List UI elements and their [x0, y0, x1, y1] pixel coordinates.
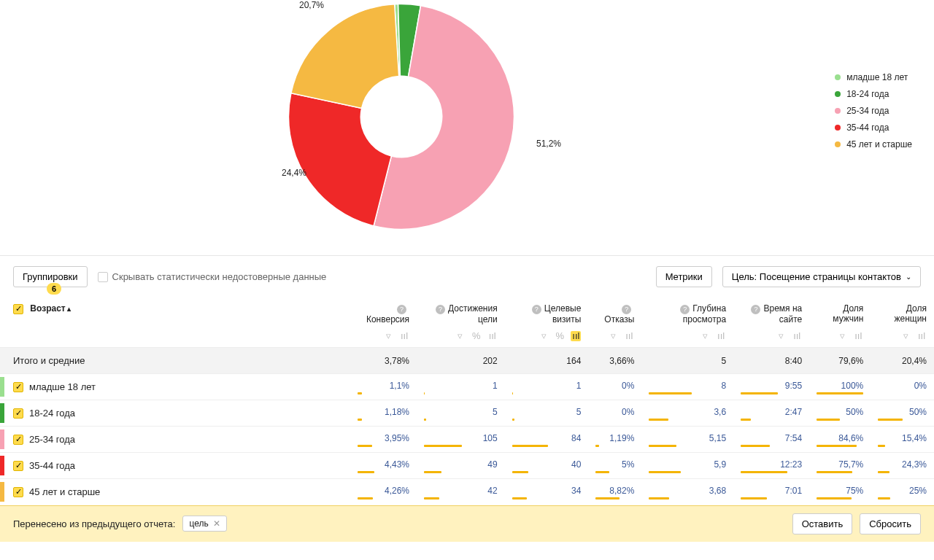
legend-item[interactable]: младше 18 лет — [835, 72, 912, 82]
bars-icon[interactable]: ııl — [571, 331, 581, 341]
row-checkbox[interactable] — [13, 382, 23, 392]
legend-item[interactable]: 45 лет и старше — [835, 139, 912, 149]
donut-chart — [277, 0, 525, 241]
reset-button[interactable]: Сбросить — [860, 513, 921, 534]
mini-bar — [424, 419, 426, 421]
col-bounces[interactable]: Отказы — [604, 314, 634, 324]
mini-bar — [595, 471, 609, 473]
cell-value: 1 — [424, 381, 498, 391]
hide-unreliable-checkbox[interactable]: Скрывать статистически недостоверные дан… — [98, 271, 327, 282]
col-male-share[interactable]: Доля мужчин — [833, 303, 863, 324]
cell-value: 24,3% — [878, 459, 927, 470]
mini-bar — [512, 445, 548, 447]
keep-button[interactable]: Оставить — [792, 513, 853, 534]
bars-icon[interactable]: ııl — [792, 331, 802, 341]
row-label: 25-34 года — [29, 434, 75, 445]
filter-icon[interactable]: ▿ — [383, 331, 393, 341]
controls-bar: Группировки 6 Скрывать статистически нед… — [0, 255, 934, 298]
bars-icon[interactable]: ııl — [916, 331, 927, 341]
percent-icon[interactable]: % — [555, 331, 565, 341]
row-checkbox[interactable] — [13, 487, 23, 497]
checkbox-all[interactable] — [13, 304, 23, 314]
age-column-header[interactable]: Возраст — [30, 303, 71, 314]
cell-value: 1,18% — [358, 407, 409, 417]
goal-dropdown-label: Цель: Посещение страницы контактов — [732, 271, 901, 282]
cell-value: 8:40 — [741, 356, 802, 366]
col-time[interactable]: Время на сайте — [763, 303, 802, 324]
legend-item[interactable]: 25-34 года — [835, 106, 912, 116]
filter-icon[interactable]: ▿ — [776, 331, 786, 341]
table-body: Итого и средние3,78%2021643,66%58:4079,6… — [0, 348, 934, 505]
legend-swatch — [835, 108, 841, 114]
cell-value: 40 — [512, 459, 582, 470]
cell-value: 15,4% — [878, 433, 927, 443]
bars-icon[interactable]: ııl — [487, 331, 498, 341]
filter-icon[interactable]: ▿ — [608, 331, 618, 341]
cell-value: 75,7% — [817, 459, 863, 470]
filter-icon[interactable]: ▿ — [539, 331, 549, 341]
mini-bar — [358, 392, 362, 394]
filter-icon[interactable]: ▿ — [700, 331, 710, 341]
row-label: 35-44 года — [29, 460, 75, 471]
cell-value: 5,9 — [649, 459, 726, 470]
groupings-count-badge: 6 — [47, 283, 61, 295]
cell-value: 3,78% — [358, 356, 409, 366]
help-icon[interactable]: ? — [532, 305, 541, 314]
filter-icon[interactable]: ▿ — [837, 331, 847, 341]
legend-swatch — [835, 125, 841, 131]
percent-icon[interactable]: % — [471, 331, 482, 341]
footer-chip[interactable]: цель ✕ — [182, 516, 226, 532]
cell-value: 5,15 — [649, 433, 726, 443]
bars-icon[interactable]: ııl — [624, 331, 634, 341]
help-icon[interactable]: ? — [436, 305, 445, 314]
table-row: 25-34 года3,95%105841,19%5,157:5484,6%15… — [0, 427, 934, 453]
cell-value: 12:23 — [741, 459, 802, 470]
legend-swatch — [835, 141, 841, 147]
groupings-button[interactable]: Группировки 6 — [13, 266, 88, 287]
mini-bar — [741, 392, 777, 394]
mini-bar — [878, 445, 885, 447]
cell-value: 34 — [512, 486, 582, 496]
cell-value: 3,68 — [649, 486, 726, 496]
cell-value: 105 — [424, 433, 498, 443]
help-icon[interactable]: ? — [397, 305, 406, 314]
row-checkbox[interactable] — [13, 435, 23, 445]
row-checkbox[interactable] — [13, 461, 23, 471]
cell-value: 79,6% — [817, 356, 863, 366]
bars-icon[interactable]: ııl — [853, 331, 863, 341]
help-icon[interactable]: ? — [680, 305, 690, 314]
cell-value: 5 — [424, 407, 498, 417]
cell-value: 1,1% — [358, 381, 409, 391]
legend-item[interactable]: 18-24 года — [835, 89, 912, 99]
close-icon[interactable]: ✕ — [213, 518, 220, 529]
bars-icon[interactable]: ııl — [716, 331, 726, 341]
cell-value: 49 — [424, 459, 498, 470]
bars-icon[interactable]: ııl — [399, 331, 409, 341]
filter-icon[interactable]: ▿ — [900, 331, 911, 341]
mini-bar — [878, 471, 889, 473]
mini-bar — [817, 419, 840, 421]
cell-value: 75% — [817, 486, 863, 496]
row-checkbox[interactable] — [13, 408, 23, 419]
col-goal-achievements[interactable]: Достижения цели — [448, 303, 498, 324]
mini-bar — [817, 471, 852, 473]
help-icon[interactable]: ? — [751, 305, 760, 314]
row-label: младше 18 лет — [29, 381, 96, 392]
help-icon[interactable]: ? — [622, 305, 631, 314]
filter-icon[interactable]: ▿ — [455, 331, 466, 341]
legend-label: 35-44 года — [846, 122, 889, 133]
data-table: Возраст ?Конверсия ?Достижения цели ?Цел… — [0, 298, 934, 505]
col-female-share[interactable]: Доля женщин — [894, 303, 927, 324]
callout-25-34: 51,2% — [536, 139, 561, 149]
col-depth[interactable]: Глубина просмотра — [683, 303, 726, 324]
metrics-button[interactable]: Метрики — [656, 266, 712, 287]
table-row: 18-24 года1,18%550%3,62:4750%50% — [0, 400, 934, 427]
goal-dropdown[interactable]: Цель: Посещение страницы контактов ⌄ — [722, 266, 921, 287]
cell-value: 8 — [649, 381, 726, 391]
col-conversion[interactable]: Конверсия — [366, 314, 409, 324]
col-target-visits[interactable]: Целевые визиты — [544, 303, 582, 324]
legend-item[interactable]: 35-44 года — [835, 122, 912, 133]
mini-bar — [649, 445, 676, 447]
chevron-down-icon: ⌄ — [906, 273, 911, 281]
cell-value: 100% — [817, 381, 863, 391]
